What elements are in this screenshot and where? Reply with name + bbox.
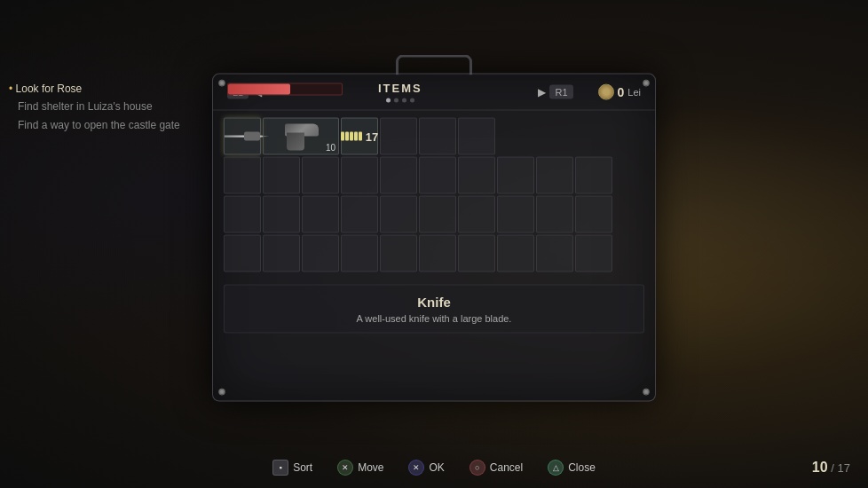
page-total: 17 [838, 461, 850, 475]
item-name: Knife [239, 295, 629, 310]
inventory-slot-3-8[interactable] [536, 235, 573, 272]
inventory-slot-3-0[interactable] [224, 235, 261, 272]
circle-x-button-icon: ✕ [337, 460, 353, 476]
inventory-slot-2-8[interactable] [536, 196, 573, 233]
gun-count: 10 [326, 143, 335, 153]
inventory-slot-3-9[interactable] [575, 235, 612, 272]
health-bar [228, 84, 290, 95]
ammo-seg-5 [359, 132, 362, 141]
inventory-slot-2-2[interactable] [302, 196, 339, 233]
bottom-action-bar: ▪ Sort ✕ Move ✕ OK ○ Cancel △ Close [0, 460, 868, 476]
inventory-slot-0-4[interactable] [380, 118, 417, 155]
dot-2 [394, 98, 398, 103]
header-dots [378, 98, 422, 103]
close-action[interactable]: △ Close [548, 460, 596, 476]
inventory-grid: 10 17 [213, 111, 655, 279]
inventory-slot-1-7[interactable] [497, 157, 534, 194]
close-label: Close [568, 461, 596, 474]
objectives-panel: Look for Rose Find shelter in Luiza's ho… [9, 80, 180, 134]
objective-item-3: Find a way to open the castle gate [9, 116, 180, 134]
ammo-seg-4 [354, 132, 358, 141]
page-current: 10 [812, 460, 828, 475]
inventory-slot-2-6[interactable] [458, 196, 495, 233]
cancel-label: Cancel [490, 461, 523, 474]
inventory-slot-0-6[interactable] [458, 118, 495, 155]
inventory-slot-3-1[interactable] [263, 235, 300, 272]
triangle-button-icon: △ [548, 460, 564, 476]
inventory-slot-2-4[interactable] [380, 196, 417, 233]
inventory-slot-1-2[interactable] [302, 157, 339, 194]
currency-amount: 0 [618, 85, 625, 99]
ok-action[interactable]: ✕ OK [408, 460, 444, 476]
briefcase-container: L1 ◀ ITEMS ▶ R1 0 Lei [212, 74, 656, 402]
ammo-display: 17 [341, 130, 378, 143]
currency-label: Lei [627, 87, 641, 98]
item-description-text: A well-used knife with a large blade. [239, 313, 629, 324]
page-counter: 10 / 17 [812, 460, 850, 476]
move-action[interactable]: ✕ Move [337, 460, 383, 476]
inventory-slot-1-9[interactable] [575, 157, 612, 194]
bolt-tl [218, 80, 225, 87]
ammo-segments [341, 132, 362, 141]
health-bar-container [227, 83, 343, 96]
inventory-slot-3-3[interactable] [341, 235, 378, 272]
inventory-slot-1-0[interactable] [224, 157, 261, 194]
knife-icon [225, 130, 260, 144]
inventory-slot-2-5[interactable] [419, 196, 456, 233]
sort-label: Sort [293, 461, 312, 474]
gun-icon [278, 121, 324, 153]
item-description-panel: Knife A well-used knife with a large bla… [224, 285, 644, 334]
ammo-seg-3 [350, 132, 353, 141]
ammo-count: 17 [366, 130, 378, 143]
currency-icon [598, 84, 614, 100]
grid-row-3 [224, 235, 644, 272]
cancel-action[interactable]: ○ Cancel [470, 460, 523, 476]
grid-row-1 [224, 157, 644, 194]
sort-action[interactable]: ▪ Sort [272, 460, 312, 476]
inventory-slot-3-6[interactable] [458, 235, 495, 272]
header-center: ITEMS [378, 82, 422, 103]
dot-3 [402, 98, 406, 103]
inventory-slot-ammo[interactable]: 17 [341, 118, 378, 155]
dot-4 [410, 98, 414, 103]
objective-item-2: Find shelter in Luiza's house [9, 98, 180, 115]
inventory-slot-2-7[interactable] [497, 196, 534, 233]
circle-button-icon: ○ [470, 460, 485, 476]
inventory-slot-2-0[interactable] [224, 196, 261, 233]
inventory-slot-1-6[interactable] [458, 157, 495, 194]
objective-active: Look for Rose [9, 80, 180, 98]
grid-row-2 [224, 196, 644, 233]
bolt-tr [643, 80, 650, 87]
inventory-slot-1-8[interactable] [536, 157, 573, 194]
page-separator: / [831, 461, 834, 475]
inventory-slot-2-1[interactable] [263, 196, 300, 233]
nav-right-arrow[interactable]: ▶ [538, 86, 546, 98]
bolt-bl [218, 389, 225, 396]
grid-row-0: 10 17 [224, 118, 644, 155]
inventory-slot-2-3[interactable] [341, 196, 378, 233]
inventory-slot-1-4[interactable] [380, 157, 417, 194]
inventory-slot-2-9[interactable] [575, 196, 612, 233]
header-title: ITEMS [378, 82, 422, 95]
bolt-br [643, 389, 650, 396]
ok-label: OK [429, 461, 444, 474]
inventory-slot-3-2[interactable] [302, 235, 339, 272]
inventory-slot-3-7[interactable] [497, 235, 534, 272]
r1-button[interactable]: R1 [549, 85, 572, 99]
inventory-slot-gun[interactable]: 10 [263, 118, 339, 155]
cross-button-icon: ✕ [408, 460, 424, 476]
move-label: Move [358, 461, 383, 474]
ammo-seg-2 [345, 132, 349, 141]
inventory-slot-1-3[interactable] [341, 157, 378, 194]
inventory-slot-3-5[interactable] [419, 235, 456, 272]
ammo-seg-1 [341, 132, 344, 141]
header-right-nav: ▶ R1 0 Lei [538, 84, 641, 100]
inventory-slot-1-5[interactable] [419, 157, 456, 194]
inventory-slot-knife[interactable] [224, 118, 261, 155]
square-button-icon: ▪ [272, 460, 288, 476]
dot-1 [386, 98, 391, 103]
inventory-slot-0-5[interactable] [419, 118, 456, 155]
inventory-slot-3-4[interactable] [380, 235, 417, 272]
inventory-slot-1-1[interactable] [263, 157, 300, 194]
